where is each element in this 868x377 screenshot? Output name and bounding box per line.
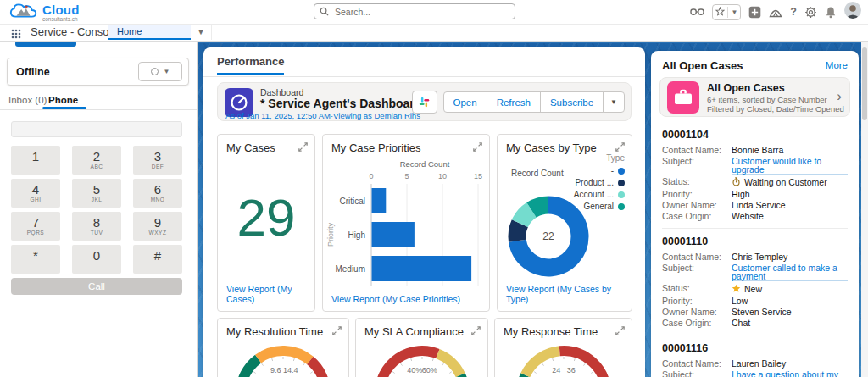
app-launcher-icon[interactable] <box>11 27 21 42</box>
widget-title: My Response Time <box>504 325 598 338</box>
legend-dot <box>618 203 625 210</box>
help-icon[interactable]: ? <box>790 6 797 18</box>
slack-share-button[interactable] <box>412 91 437 114</box>
subscribe-button[interactable]: Subscribe <box>540 91 604 113</box>
add-icon[interactable] <box>748 6 761 19</box>
phone-number-input[interactable] <box>11 121 182 137</box>
global-search[interactable] <box>314 3 515 19</box>
tab-inbox[interactable]: Inbox (0) <box>8 95 47 105</box>
bar-chart: Record Count051015CriticalHighMediumPrio… <box>326 157 488 292</box>
case-status: New <box>732 284 762 293</box>
legend-dot <box>618 168 625 175</box>
logo: Cloud consultants.ch <box>8 1 80 25</box>
dial-key[interactable]: 4 GHI <box>11 179 60 208</box>
case-field-label: Owner Name: <box>662 201 732 209</box>
case-subject-link[interactable]: Customer called to make a payment <box>732 263 848 281</box>
favorites-control[interactable]: ▼ <box>712 4 741 20</box>
utility-tab-indicator[interactable] <box>15 41 76 47</box>
dial-key[interactable]: 5 JKL <box>72 179 121 208</box>
divider <box>727 7 728 18</box>
dashboard-more-caret[interactable]: ▼ <box>603 91 625 113</box>
dial-key[interactable]: 2 ABC <box>72 146 121 175</box>
list-view-items-line: 6+ items, sorted by Case Number <box>707 95 827 104</box>
app-name[interactable]: Service - Console <box>31 25 118 38</box>
gauge-chart: 9.614.4 <box>220 341 347 377</box>
dial-key[interactable]: 7 PQRS <box>11 212 60 241</box>
view-report-link[interactable]: View Report (My Case Priorities) <box>331 294 460 304</box>
case-field-label: Owner Name: <box>662 308 732 316</box>
case-number[interactable]: 00001104 <box>662 129 848 141</box>
legend-label: Product ... <box>575 178 614 187</box>
tab-home[interactable]: Home <box>108 24 191 40</box>
case-field-label: Contact Name: <box>662 359 732 368</box>
expand-icon[interactable] <box>298 141 309 156</box>
presence-dropdown-button[interactable]: ▼ <box>138 62 182 81</box>
expand-icon[interactable] <box>615 324 626 340</box>
svg-text:Record Count: Record Count <box>400 159 450 169</box>
case-field-label: Priority: <box>662 297 732 305</box>
dial-key-digit: 3 <box>154 150 161 164</box>
trailhead-icon[interactable] <box>769 7 782 18</box>
cases-briefcase-icon <box>667 81 699 117</box>
dial-key[interactable]: 0 <box>72 245 121 274</box>
case-item: 00001104 Contact Name:Bonnie BarraSubjec… <box>662 122 848 220</box>
console-nav: Service - Console Home ▼ <box>0 24 868 42</box>
dial-key[interactable]: 8 TUV <box>72 212 121 241</box>
open-button[interactable]: Open <box>443 91 487 113</box>
svg-text:High: High <box>348 230 365 240</box>
setup-gear-icon[interactable] <box>804 6 817 19</box>
view-report-link[interactable]: View Report (My Cases) <box>226 284 314 304</box>
list-view-card[interactable]: All Open Cases 6+ items, sorted by Case … <box>659 77 850 117</box>
tab-phone[interactable]: Phone <box>48 95 78 105</box>
dial-key[interactable]: 9 WXYZ <box>133 212 182 241</box>
legend-item: - <box>611 166 625 175</box>
scrollbar-thumb[interactable] <box>862 47 867 120</box>
widget-title: My Case Priorities <box>331 141 420 154</box>
widget-my-cases: My Cases 29 View Report (My Cases) <box>217 134 315 312</box>
case-field-value: Bonnie Barra <box>732 146 783 154</box>
refresh-button[interactable]: Refresh <box>487 91 541 113</box>
dial-key[interactable]: * <box>11 245 60 274</box>
brand-name: Cloud <box>42 3 80 16</box>
search-input[interactable] <box>333 6 509 18</box>
case-field-label: Case Origin: <box>662 212 732 220</box>
dial-key[interactable]: 3 DEF <box>133 146 182 175</box>
case-number[interactable]: 00001116 <box>662 342 848 354</box>
case-list: 00001104 Contact Name:Bonnie BarraSubjec… <box>662 122 848 377</box>
svg-text:40%: 40% <box>407 366 422 374</box>
expand-icon[interactable] <box>331 324 342 340</box>
tab-home-label: Home <box>117 26 142 36</box>
guidance-center-icon[interactable] <box>690 6 704 18</box>
svg-text:5: 5 <box>404 172 409 180</box>
dial-key[interactable]: 1 <box>11 146 60 175</box>
tab-performance[interactable]: Performance <box>217 55 284 75</box>
favorites-star-icon[interactable] <box>715 4 725 19</box>
notifications-bell-icon[interactable] <box>825 6 837 19</box>
case-subject-link[interactable]: Customer would like to upgrade <box>732 157 848 175</box>
status-star-icon <box>732 284 741 293</box>
dial-key[interactable]: # <box>133 245 182 274</box>
tab-dropdown-caret[interactable]: ▼ <box>191 24 212 40</box>
dial-key-letters: PQRS <box>27 230 44 236</box>
call-button[interactable]: Call <box>11 278 182 295</box>
case-field-value: Linda Service <box>732 201 786 209</box>
expand-icon[interactable] <box>470 324 481 340</box>
case-subject: Customer would like to upgrade <box>732 157 848 175</box>
dial-key-digit: 0 <box>93 249 100 263</box>
case-subject-link[interactable]: I have a question about my bill <box>732 370 848 377</box>
case-item: 00001110 Contact Name:Chris TempleySubje… <box>662 228 848 327</box>
case-field-label: Subject: <box>662 157 732 165</box>
dial-key[interactable]: 6 MNO <box>133 179 182 208</box>
case-field-label: Priority: <box>662 190 732 198</box>
expand-icon[interactable] <box>472 141 483 156</box>
user-avatar[interactable] <box>844 2 861 22</box>
dial-key-letters: WXYZ <box>149 230 167 236</box>
brand-subtitle: consultants.ch <box>42 17 80 23</box>
chevron-right-icon[interactable]: › <box>837 88 842 105</box>
more-link[interactable]: More <box>826 60 848 70</box>
case-number[interactable]: 00001110 <box>662 236 848 247</box>
favorites-caret-icon[interactable]: ▼ <box>731 8 737 16</box>
list-view-filter-line: Filtered by Closed, Date/Time Opened <box>707 104 844 114</box>
dial-pad: 1 2 ABC 3 DEF 4 GHI 5 JKL 6 MNO 7 PQRS 8… <box>11 146 182 274</box>
view-report-link[interactable]: View Report (My Cases by Type) <box>506 284 632 304</box>
